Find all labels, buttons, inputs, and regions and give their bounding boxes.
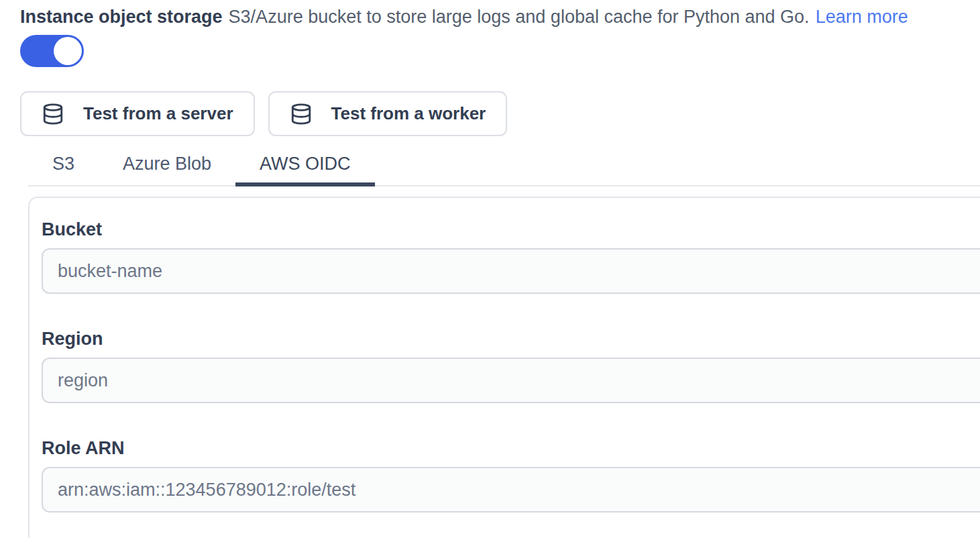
- tab-aws-oidc[interactable]: AWS OIDC: [235, 152, 375, 186]
- tab-azure-blob[interactable]: Azure Blob: [99, 152, 235, 186]
- test-from-server-label: Test from a server: [83, 103, 233, 124]
- role-arn-label: Role ARN: [42, 438, 980, 458]
- bucket-label: Bucket: [42, 219, 980, 239]
- section-header: Instance object storageS3/Azure bucket t…: [20, 4, 980, 30]
- region-field-group: Region: [42, 329, 980, 403]
- test-from-server-button[interactable]: Test from a server: [20, 91, 255, 136]
- aws-oidc-form-panel: Bucket Region Role ARN: [28, 197, 980, 538]
- database-icon: [290, 103, 313, 125]
- role-arn-input[interactable]: [42, 467, 980, 513]
- section-description: S3/Azure bucket to store large logs and …: [229, 7, 810, 27]
- object-storage-toggle[interactable]: [20, 35, 84, 67]
- role-arn-field-group: Role ARN: [42, 438, 980, 513]
- tab-s3[interactable]: S3: [28, 152, 99, 186]
- object-storage-settings-page: Instance object storageS3/Azure bucket t…: [0, 0, 980, 538]
- bucket-field-group: Bucket: [42, 219, 980, 294]
- region-label: Region: [42, 329, 980, 349]
- test-from-worker-label: Test from a worker: [331, 103, 486, 124]
- storage-provider-tabs: S3 Azure Blob AWS OIDC: [28, 152, 980, 186]
- learn-more-link[interactable]: Learn more: [816, 7, 908, 27]
- bucket-input[interactable]: [42, 248, 980, 294]
- test-from-worker-button[interactable]: Test from a worker: [268, 91, 508, 136]
- region-input[interactable]: [42, 358, 980, 403]
- page-title: Instance object storage: [20, 7, 223, 27]
- database-icon: [42, 103, 64, 125]
- test-buttons-row: Test from a server Test from a worker: [20, 91, 980, 136]
- toggle-knob: [54, 37, 82, 65]
